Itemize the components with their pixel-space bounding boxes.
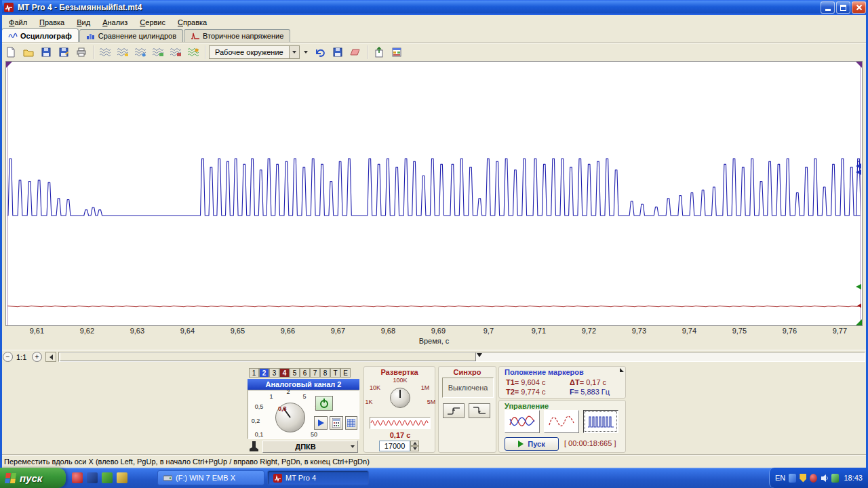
sweep-scale-label: 5M xyxy=(427,399,436,405)
tab-cylinder-comparison[interactable]: Сравнение цилиндров xyxy=(79,29,183,42)
maximize-button[interactable] xyxy=(836,1,850,14)
zoom-in-button[interactable]: + xyxy=(32,352,42,362)
channel-settings-button[interactable] xyxy=(345,416,357,430)
clock[interactable]: 18:43 xyxy=(844,474,863,482)
preset-wave-button-5[interactable] xyxy=(167,45,184,60)
save-as-button[interactable] xyxy=(56,45,72,60)
marker-t2-handle[interactable] xyxy=(856,62,862,68)
undo-button[interactable] xyxy=(312,45,328,60)
menu-help[interactable]: Справка xyxy=(172,16,213,28)
volume-icon[interactable] xyxy=(821,474,828,483)
close-button[interactable] xyxy=(852,1,866,14)
erase-button[interactable] xyxy=(347,45,363,60)
start-button[interactable]: Пуск xyxy=(505,437,559,451)
workspace-combobox[interactable]: Рабочее окружение xyxy=(209,45,300,59)
channel-tab-7[interactable]: 7 xyxy=(310,368,320,378)
sync-mode[interactable]: Выключена xyxy=(442,378,494,398)
combobox-arrow[interactable] xyxy=(289,46,299,58)
channel4-level-marker[interactable] xyxy=(857,304,861,308)
channel2-level-marker[interactable] xyxy=(856,169,861,175)
scrollbar-thumb[interactable] xyxy=(60,352,476,361)
menu-file[interactable]: Файл xyxy=(3,16,33,28)
report-button[interactable] xyxy=(389,45,405,60)
scrollbar-track[interactable] xyxy=(58,352,865,362)
toolbar: Рабочее окружение xyxy=(0,43,868,61)
samples-input[interactable] xyxy=(379,441,410,451)
print-button[interactable] xyxy=(73,45,90,60)
channel-tab-4[interactable]: 4 xyxy=(279,368,290,378)
calculator-button[interactable] xyxy=(330,416,343,430)
status-bar: Переместить вдоль оси X (влево Left, PgU… xyxy=(0,455,868,468)
collapse-icon[interactable] xyxy=(620,368,624,372)
open-file-button[interactable] xyxy=(20,45,37,60)
taskbar-item-mtpro[interactable]: MT Pro 4 xyxy=(267,470,369,485)
language-indicator[interactable]: EN xyxy=(775,474,785,482)
channel-tab-E[interactable]: E xyxy=(340,368,351,378)
menu-service[interactable]: Сервис xyxy=(134,16,172,28)
window-title: MT Pro 4 - Безымянныйfiat.mt4 xyxy=(18,3,142,12)
antivirus-icon[interactable] xyxy=(810,474,817,483)
start-menu-button[interactable]: пуск xyxy=(0,468,66,488)
x-axis-tick: 9,73 xyxy=(627,327,651,335)
channel-tab-T[interactable]: T xyxy=(330,368,340,378)
combobox-arrow[interactable] xyxy=(348,445,357,448)
quicklaunch-shield-icon[interactable] xyxy=(102,472,113,483)
quick-save-button[interactable] xyxy=(330,45,346,60)
quicklaunch-folder-icon[interactable] xyxy=(117,472,127,483)
menu-edit[interactable]: Правка xyxy=(33,16,71,28)
channel-tab-6[interactable]: 6 xyxy=(300,368,310,378)
x-axis-tick: 9,68 xyxy=(376,327,400,335)
sync-rising-edge-button[interactable] xyxy=(443,403,465,418)
workspace-menu-button[interactable] xyxy=(301,45,311,60)
agent-icon[interactable] xyxy=(831,474,839,483)
channel2-level-marker[interactable] xyxy=(856,163,861,169)
channel-tab-3[interactable]: 3 xyxy=(269,368,279,378)
probe-value: ДПКВ xyxy=(263,443,348,451)
sweep-knob[interactable] xyxy=(390,388,410,408)
save-button[interactable] xyxy=(38,45,54,60)
preset-wave-button-2[interactable] xyxy=(115,45,131,60)
network-icon[interactable] xyxy=(789,474,796,483)
quicklaunch-app-icon[interactable] xyxy=(87,472,98,483)
mode-continuous-button[interactable] xyxy=(544,410,579,433)
marker-freq-readout: F= 5,883 Гц xyxy=(570,388,610,396)
scroll-left-button[interactable] xyxy=(45,352,56,362)
step-down-button[interactable] xyxy=(410,446,419,451)
samples-spinbox[interactable] xyxy=(379,441,419,451)
step-up-button[interactable] xyxy=(410,441,419,446)
sync-falling-edge-button[interactable] xyxy=(469,403,490,418)
channel-play-button[interactable] xyxy=(314,416,328,430)
marker-t1-line[interactable] xyxy=(7,62,8,325)
taskbar-item-explorer[interactable]: (F:) WIN 7 EMB X xyxy=(157,470,264,485)
oscillogram-plot[interactable] xyxy=(5,61,863,326)
tab-secondary-voltage[interactable]: Вторичное напряжение xyxy=(184,29,290,42)
quicklaunch-browser-icon[interactable] xyxy=(72,472,83,483)
preset-wave-button-1[interactable] xyxy=(97,45,113,60)
menu-view[interactable]: Вид xyxy=(71,16,96,28)
mode-recorder-button[interactable] xyxy=(583,410,618,433)
preset-wave-button-4[interactable] xyxy=(150,45,166,60)
new-file-button[interactable] xyxy=(3,45,19,60)
menu-analysis[interactable]: Анализ xyxy=(96,16,134,28)
preset-wave-button-3[interactable] xyxy=(132,45,149,60)
channel-power-button[interactable] xyxy=(315,396,333,411)
channel-tab-5[interactable]: 5 xyxy=(290,368,300,378)
channel-tab-2[interactable]: 2 xyxy=(259,368,269,378)
samples-stepper[interactable] xyxy=(410,441,419,451)
channel-tab-8[interactable]: 8 xyxy=(320,368,330,378)
zoom-out-button[interactable]: − xyxy=(3,352,13,362)
pulse-train-icon xyxy=(587,413,614,430)
mode-single-wave-button[interactable] xyxy=(505,410,540,433)
channel-zero-marker[interactable] xyxy=(856,284,861,289)
grid-icon xyxy=(347,419,355,427)
save-icon xyxy=(332,47,343,58)
probe-combobox[interactable]: ДПКВ xyxy=(262,441,358,453)
preset-wave-button-6[interactable] xyxy=(185,45,201,60)
export-button[interactable] xyxy=(371,45,387,60)
security-shield-icon[interactable] xyxy=(800,474,806,483)
tab-oscilloscope[interactable]: Осциллограф xyxy=(1,28,79,42)
channel-tab-1[interactable]: 1 xyxy=(249,368,259,378)
marker-t1-handle[interactable] xyxy=(6,62,12,68)
minimize-button[interactable] xyxy=(821,1,835,14)
waveform-channel4 xyxy=(7,306,859,306)
